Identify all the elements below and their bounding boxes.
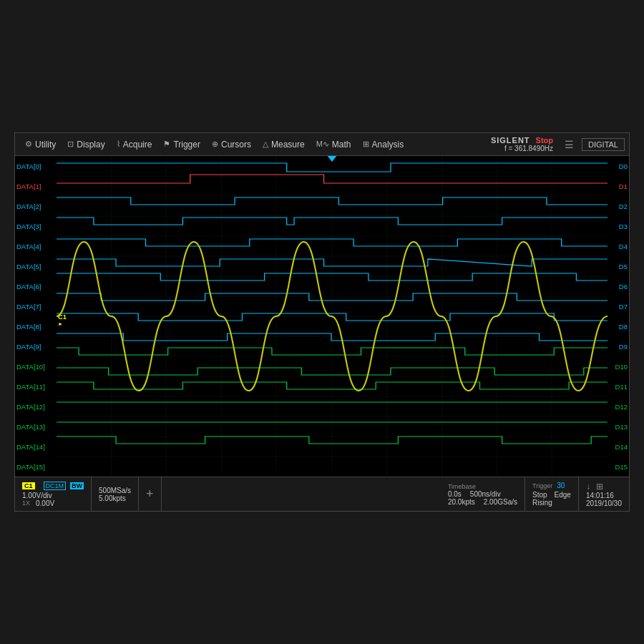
right-label-D13: D13 [608, 416, 629, 436]
acquire-icon: ⌇ [117, 140, 120, 149]
grid-icon: ⊞ [596, 482, 603, 492]
right-label-D0: D0 [608, 156, 629, 176]
trigger-menu[interactable]: ⚑ Trigger [157, 138, 206, 151]
trigger-ch-val: 30 [557, 482, 565, 489]
ch-label-D6: DATA[6] [15, 276, 57, 296]
ch1-section: C1 DC1M BW 1.00V/div 1X 0.00V [15, 477, 92, 511]
measure-menu[interactable]: △ Measure [257, 138, 311, 151]
display-icon: ⊡ [67, 140, 74, 149]
right-label-D7: D7 [608, 296, 629, 316]
ch-label-D7: DATA[7] [15, 296, 57, 316]
right-label-D2: D2 [608, 196, 629, 216]
trigger-mode: Stop [532, 491, 547, 499]
right-label-D4: D4 [608, 236, 629, 256]
ch-label-D3: DATA[3] [15, 216, 57, 236]
right-label-D14: D14 [608, 436, 629, 457]
math-menu[interactable]: M∿ Math [311, 138, 357, 151]
waveform-area: C1 ► [57, 156, 608, 477]
cursors-menu[interactable]: ⊕ Cursors [206, 138, 257, 151]
ch-label-D0: DATA[0] [15, 156, 57, 176]
brand-area: SIGLENT Stop f = 361.8490Hz [491, 136, 553, 152]
status-right: Timebase 0.0s 500ns/div 20.0kpts 2.00GSa… [441, 477, 629, 511]
left-channel-labels: DATA[0] DATA[1] DATA[2] DATA[3] DATA[4] … [15, 156, 57, 477]
flag-icon: ⚑ [163, 140, 170, 149]
ch1-badge: C1 [22, 482, 35, 489]
crosshair-icon: ⊕ [212, 140, 218, 149]
ch-label-D15: DATA[15] [15, 457, 57, 477]
timebase-section: Timebase 0.0s 500ns/div 20.0kpts 2.00GSa… [441, 477, 525, 511]
right-label-D8: D8 [608, 316, 629, 336]
ch-label-D10: DATA[10] [15, 356, 57, 376]
offset-val: 0.00V [36, 499, 54, 507]
right-label-D12: D12 [608, 396, 629, 416]
ch-label-D11: DATA[11] [15, 376, 57, 396]
timebase-label: Timebase [448, 483, 517, 490]
trigger-slope: Rising [532, 499, 552, 507]
bw-badge: BW [70, 482, 84, 489]
gsa-rate: 2.00GSa/s [484, 498, 517, 506]
right-channel-labels: D0 D1 D2 D3 D4 D5 D6 D7 D8 D9 D10 D11 D1… [608, 156, 629, 477]
ch-label-D12: DATA[12] [15, 396, 57, 416]
math-icon: M∿ [316, 140, 329, 149]
main-display: DATA[0] DATA[1] DATA[2] DATA[3] DATA[4] … [15, 156, 629, 477]
ch-label-D5: DATA[5] [15, 256, 57, 276]
crosshair-section: + [139, 477, 162, 511]
gear-icon: ⚙ [25, 140, 32, 149]
oscilloscope-display: ⚙ Utility ⊡ Display ⌇ Acquire ⚑ Trigger … [14, 132, 630, 512]
date-display: 2019/10/30 [586, 499, 622, 507]
ch-label-D4: DATA[4] [15, 236, 57, 256]
right-label-D9: D9 [608, 336, 629, 356]
display-menu[interactable]: ⊡ Display [62, 138, 110, 151]
c1-marker-arrow: ► [58, 321, 63, 327]
sample-section: 500MSa/s 5.00kpts [92, 477, 139, 511]
time-offset: 0.0s [448, 490, 462, 498]
sample-rate: 500MSa/s [99, 487, 131, 494]
right-label-D5: D5 [608, 256, 629, 276]
mem-depth: 5.00kpts [99, 494, 131, 502]
right-label-D11: D11 [608, 376, 629, 396]
c1-ground-marker: C1 [58, 313, 67, 321]
volt-div: 1.00V/div [22, 492, 52, 499]
measure-icon: △ [263, 140, 268, 149]
time-display: 14:01:16 [586, 492, 622, 499]
time-div: 500ns/div [470, 490, 501, 498]
menu-bar: ⚙ Utility ⊡ Display ⌇ Acquire ⚑ Trigger … [15, 133, 629, 156]
ch-label-D1: DATA[1] [15, 176, 57, 196]
trigger-section: Trigger 30 Stop Edge Rising [525, 477, 579, 511]
ch-label-D2: DATA[2] [15, 196, 57, 216]
acquire-menu[interactable]: ⌇ Acquire [111, 138, 158, 151]
right-label-D1: D1 [608, 176, 629, 196]
right-label-D15: D15 [608, 457, 629, 477]
analysis-menu[interactable]: ⊞ Analysis [357, 138, 410, 151]
download-icon: ↓ [586, 482, 590, 492]
ch-label-D14: DATA[14] [15, 436, 57, 457]
status-bar: C1 DC1M BW 1.00V/div 1X 0.00V 500MSa/s 5… [15, 477, 629, 511]
mem-kpts: 20.0kpts [448, 498, 475, 506]
right-label-D10: D10 [608, 356, 629, 376]
ch-label-D9: DATA[9] [15, 336, 57, 356]
ch-label-D13: DATA[13] [15, 416, 57, 436]
waveform-svg: C1 ► [57, 156, 608, 477]
trigger-label: Trigger [532, 482, 552, 489]
crosshair-icon: + [146, 487, 154, 502]
right-label-D3: D3 [608, 216, 629, 236]
datetime-section: ↓ ⊞ 14:01:16 2019/10/30 [579, 477, 629, 511]
coupling-badge: DC1M [44, 482, 67, 490]
ch-label-D8: DATA[8] [15, 316, 57, 336]
analysis-icon: ⊞ [363, 140, 369, 149]
right-label-D6: D6 [608, 276, 629, 296]
digital-button[interactable]: DIGITAL [582, 138, 625, 151]
settings-icon[interactable]: ☰ [562, 139, 576, 150]
probe-label: 1X [22, 499, 30, 507]
trigger-type: Edge [555, 491, 571, 499]
utility-menu[interactable]: ⚙ Utility [19, 138, 62, 151]
